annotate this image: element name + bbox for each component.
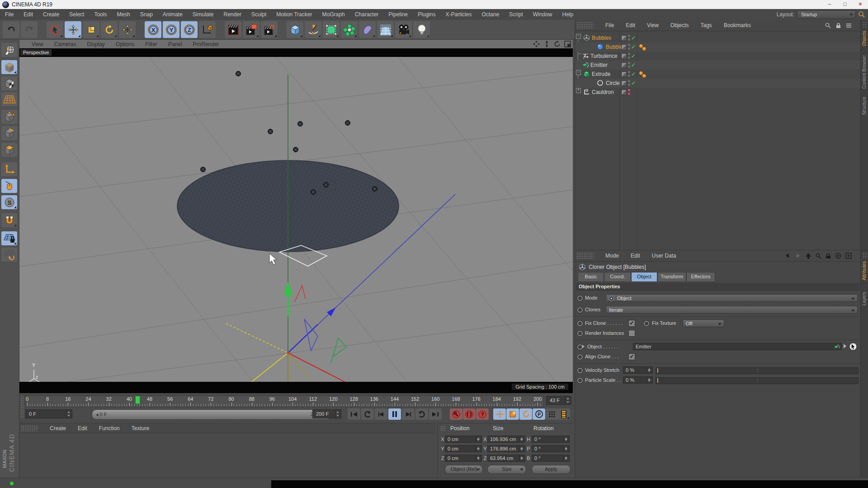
soft-selection-button[interactable]: S (1, 195, 17, 209)
coordinate-system-button[interactable] (199, 21, 216, 38)
pos-z-field[interactable]: 0 cm (445, 455, 482, 462)
lock-y-axis-button[interactable]: Y (163, 21, 179, 38)
anim-dot[interactable] (644, 321, 649, 326)
rot-b-field[interactable]: 0 ° (532, 455, 570, 462)
layer-swatch[interactable] (621, 35, 627, 41)
object-row-bubbles[interactable]: − Bubbles ✓ (575, 33, 860, 42)
object-label[interactable]: Bubble (606, 44, 623, 50)
attr-lock-icon[interactable] (826, 253, 831, 259)
object-link-field[interactable]: Emitter (633, 343, 842, 350)
particle-scale-slider[interactable] (656, 377, 859, 384)
last-used-tool[interactable] (119, 21, 136, 38)
history-back-icon[interactable] (784, 253, 791, 258)
toggle-view-icon[interactable] (564, 41, 571, 47)
viewport-menu-view[interactable]: View (26, 41, 49, 47)
play-forwards-button[interactable] (415, 408, 428, 420)
pos-x-field[interactable]: 0 cm (445, 436, 482, 443)
layer-swatch[interactable] (621, 80, 627, 86)
menu-item-render[interactable]: Render (219, 11, 246, 18)
menu-item-sculpt[interactable]: Sculpt (246, 11, 271, 18)
object-label[interactable]: Turbulence (590, 53, 618, 59)
menu-item-window[interactable]: Window (528, 11, 557, 18)
particle-scale-field[interactable]: 0 % (623, 376, 653, 384)
panel-grip[interactable] (21, 425, 38, 432)
spinner-arrows[interactable] (476, 446, 481, 452)
tab-coord[interactable]: Coord. (604, 272, 631, 282)
object-manager-menu-bookmarks[interactable]: Bookmarks (718, 22, 757, 28)
menu-item-edit[interactable]: Edit (19, 11, 38, 18)
texture-mode-button[interactable] (1, 76, 17, 90)
tab-object[interactable]: Object (631, 272, 657, 282)
object-manager-menu-edit[interactable]: Edit (620, 22, 641, 28)
viewport-menu-display[interactable]: Display (81, 41, 110, 47)
attributes-menu-edit[interactable]: Edit (625, 253, 646, 259)
menu-item-snap[interactable]: Snap (135, 11, 158, 18)
rot-h-field[interactable]: 0 ° (532, 436, 570, 443)
panel-grip[interactable] (863, 252, 867, 258)
fix-texture-dropdown[interactable]: Off (683, 319, 724, 327)
attributes-menu-user-data[interactable]: User Data (646, 253, 682, 259)
om-burger-menu-icon[interactable] (846, 23, 852, 28)
spinner-arrows[interactable] (646, 377, 652, 383)
panel-grip[interactable] (440, 426, 446, 432)
tab-transform[interactable]: Transform (657, 272, 686, 282)
tab-basic[interactable]: Basic (578, 272, 604, 282)
menu-item-mograph[interactable]: MoGraph (317, 11, 350, 18)
make-editable-button[interactable] (1, 43, 17, 57)
spinner-arrows[interactable] (646, 367, 652, 373)
history-forward-icon[interactable] (795, 253, 801, 258)
open-timeline-button[interactable] (557, 408, 570, 420)
menu-item-x-particles[interactable]: X-Particles (440, 11, 476, 18)
collapse-icon[interactable]: − (576, 34, 581, 39)
tweak-mode-button[interactable] (1, 179, 17, 193)
key-position-button[interactable] (493, 408, 506, 420)
om-lock-icon[interactable] (835, 23, 841, 28)
play-backwards-button[interactable] (361, 408, 374, 420)
model-mode-button[interactable] (1, 60, 17, 74)
object-label[interactable]: Extrude (592, 71, 610, 77)
material-menu-edit[interactable]: Edit (72, 425, 93, 432)
anim-dot[interactable] (577, 331, 583, 336)
spinner-arrows[interactable] (335, 410, 340, 418)
parent-object-icon[interactable] (805, 253, 811, 259)
next-frame-button[interactable] (402, 408, 415, 420)
record-keyframe-button[interactable] (450, 408, 462, 420)
spinner-arrows[interactable] (476, 436, 481, 442)
mode-dropdown[interactable]: Object (606, 294, 858, 302)
floor-environment-button[interactable] (377, 21, 394, 38)
enabled-check[interactable]: ✓ (631, 53, 636, 59)
end-frame-field[interactable]: 200 F (312, 409, 341, 418)
layer-swatch[interactable] (621, 62, 627, 68)
points-mode-button[interactable] (1, 110, 17, 124)
move-tool[interactable] (65, 21, 81, 38)
enabled-check[interactable]: ✓ (631, 62, 636, 68)
viewport-menu-cameras[interactable]: Cameras (49, 41, 82, 47)
anim-dot[interactable] (577, 354, 583, 360)
lock-z-axis-button[interactable]: Z (181, 21, 198, 38)
attributes-menu-mode[interactable]: Mode (599, 253, 625, 259)
render-view-button[interactable] (225, 21, 241, 38)
edges-mode-button[interactable] (1, 126, 17, 140)
spinner-arrows[interactable] (519, 436, 524, 442)
fix-clone-checkbox[interactable]: ✓ (628, 320, 635, 327)
camera-button[interactable] (395, 21, 412, 38)
playhead[interactable] (135, 396, 140, 404)
side-tab-content-browser[interactable]: Content Browser (862, 55, 867, 89)
redo-button[interactable] (21, 21, 38, 38)
spinner-arrows[interactable] (563, 436, 569, 442)
add-primitive-cube-button[interactable] (287, 21, 303, 38)
object-manager-menu-view[interactable]: View (641, 22, 665, 28)
object-label[interactable]: Circle (606, 80, 620, 86)
expand-arrow-icon[interactable] (582, 345, 585, 348)
rotate-view-icon[interactable] (554, 41, 561, 47)
tag-icon[interactable] (642, 74, 646, 78)
panel-grip[interactable] (863, 22, 867, 28)
key-pla-button[interactable] (546, 408, 558, 420)
camera-view-label[interactable]: Perspective (20, 49, 52, 56)
snap-magnet-button[interactable] (1, 213, 17, 227)
render-to-picture-viewer-button[interactable] (243, 21, 259, 38)
material-menu-texture[interactable]: Texture (126, 425, 155, 432)
menu-item-pipeline[interactable]: Pipeline (383, 11, 413, 18)
live-selection-tool[interactable] (47, 21, 63, 38)
object-label[interactable]: Bubbles (592, 35, 611, 41)
